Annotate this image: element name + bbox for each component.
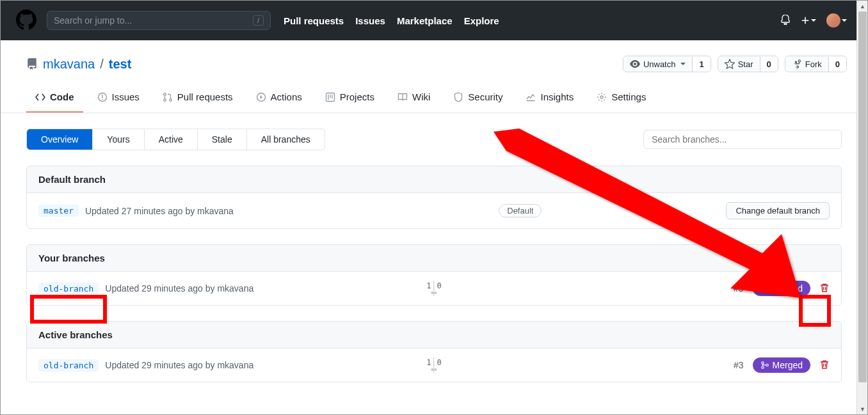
default-branch-row: master Updated 27 minutes ago by mkavana… (27, 193, 841, 228)
add-dropdown[interactable] (801, 16, 816, 25)
branch-name-link[interactable]: old-branch (38, 359, 99, 372)
merge-icon (760, 284, 769, 293)
svg-point-12 (761, 290, 764, 292)
branch-meta: Updated 29 minutes ago by mkavana (105, 283, 253, 294)
svg-point-6 (164, 98, 166, 101)
scrollbar[interactable]: ▲ ▼ (856, 1, 867, 414)
filter-overview[interactable]: Overview (27, 129, 93, 150)
tab-insights[interactable]: Insights (517, 85, 583, 113)
repo-sep: / (100, 57, 104, 72)
scroll-up-icon[interactable]: ▲ (857, 1, 868, 12)
svg-point-0 (794, 60, 795, 61)
trash-icon (819, 283, 830, 293)
filter-yours[interactable]: Yours (93, 129, 144, 150)
global-header: Search or jump to... / Pull requests Iss… (1, 1, 867, 40)
svg-point-4 (102, 98, 103, 100)
global-nav: Pull requests Issues Marketplace Explore (284, 15, 499, 26)
tab-wiki[interactable]: Wiki (389, 85, 439, 113)
fork-button[interactable]: Fork 0 (785, 56, 847, 72)
tab-pulls[interactable]: Pull requests (154, 85, 242, 113)
branch-meta: Updated 27 minutes ago by mkavana (85, 206, 234, 216)
fork-count[interactable]: 0 (828, 57, 846, 72)
svg-point-7 (170, 98, 172, 101)
active-branches-box: Active branches old-branch Updated 29 mi… (26, 321, 842, 382)
global-search[interactable]: Search or jump to... / (47, 11, 271, 30)
branch-meta: Updated 29 minutes ago by mkavana (105, 360, 253, 370)
filter-stale[interactable]: Stale (198, 129, 247, 150)
svg-point-14 (761, 362, 764, 364)
caret-down-icon (811, 19, 816, 22)
svg-point-2 (796, 67, 798, 68)
your-branches-box: Your branches old-branch Updated 29 minu… (26, 244, 842, 306)
trash-icon (819, 359, 830, 370)
merged-badge[interactable]: Merged (753, 281, 810, 296)
slash-key-icon: / (253, 15, 264, 26)
nav-explore[interactable]: Explore (464, 15, 499, 26)
tab-projects[interactable]: Projects (316, 85, 383, 113)
star-icon (725, 59, 735, 69)
your-branch-row: old-branch Updated 29 minutes ago by mka… (27, 272, 841, 305)
caret-down-icon (842, 19, 847, 22)
branch-search-input[interactable] (643, 130, 842, 149)
ahead-behind: 1 0 (426, 281, 441, 296)
filter-all[interactable]: All branches (247, 129, 325, 150)
branch-name-link[interactable]: master (38, 205, 79, 217)
tab-security[interactable]: Security (444, 85, 511, 113)
repo-header: mkavana / test Unwatch 1 Star 0 Fork 0 (1, 40, 867, 72)
tab-actions[interactable]: Actions (247, 85, 311, 113)
delete-branch-button[interactable] (819, 359, 830, 372)
your-branches-header: Your branches (27, 245, 841, 272)
user-menu[interactable] (826, 13, 847, 27)
nav-issues[interactable]: Issues (355, 15, 385, 26)
scroll-thumb[interactable] (858, 12, 867, 382)
svg-point-13 (766, 287, 768, 290)
merged-badge[interactable]: Merged (753, 357, 810, 373)
active-branches-header: Active branches (27, 322, 841, 348)
search-placeholder: Search or jump to... (54, 15, 132, 26)
branch-filter-row: Overview Yours Active Stale All branches (26, 129, 842, 150)
filter-active[interactable]: Active (145, 129, 198, 150)
svg-point-1 (798, 60, 800, 61)
branch-name-link[interactable]: old-branch (38, 283, 99, 295)
tab-code[interactable]: Code (26, 85, 83, 113)
default-branch-box: Default branch master Updated 27 minutes… (26, 166, 842, 229)
svg-point-16 (766, 364, 768, 366)
tab-issues[interactable]: Issues (88, 85, 149, 113)
repo-tabs: Code Issues Pull requests Actions Projec… (1, 72, 867, 113)
caret-down-icon (680, 63, 686, 65)
scroll-down-icon[interactable]: ▼ (857, 403, 868, 414)
nav-pulls[interactable]: Pull requests (284, 15, 344, 26)
default-branch-header: Default branch (27, 166, 841, 193)
svg-point-5 (164, 93, 166, 95)
repo-owner-link[interactable]: mkavana (43, 57, 95, 72)
ahead-behind: 1 0 (426, 357, 441, 373)
merge-icon (760, 361, 769, 370)
github-logo[interactable] (16, 10, 36, 32)
eye-icon (630, 59, 640, 69)
fork-icon (792, 59, 802, 69)
active-branch-row: old-branch Updated 29 minutes ago by mka… (27, 348, 841, 382)
star-count[interactable]: 0 (760, 57, 778, 72)
avatar (826, 13, 840, 27)
default-badge: Default (499, 204, 542, 217)
repo-name-link[interactable]: test (109, 57, 132, 72)
bell-icon[interactable] (780, 15, 791, 27)
watch-count[interactable]: 1 (692, 57, 710, 72)
watch-button[interactable]: Unwatch 1 (623, 56, 711, 72)
repo-icon (26, 58, 38, 70)
nav-marketplace[interactable]: Marketplace (397, 15, 453, 26)
star-button[interactable]: Star 0 (718, 56, 778, 72)
tab-settings[interactable]: Settings (588, 85, 655, 113)
pr-link[interactable]: #3 (734, 360, 744, 370)
delete-branch-button[interactable] (819, 283, 830, 295)
pr-link[interactable]: #3 (734, 283, 744, 294)
svg-point-10 (600, 96, 603, 98)
svg-point-15 (761, 366, 764, 369)
change-default-button[interactable]: Change default branch (726, 202, 830, 219)
svg-point-11 (761, 285, 764, 288)
